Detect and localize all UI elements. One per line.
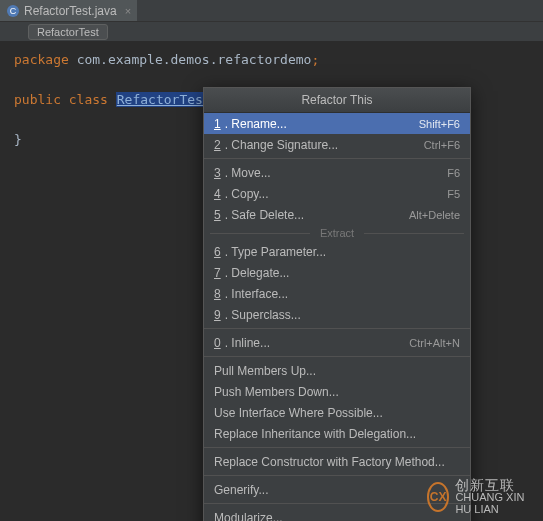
watermark-line2: CHUANG XIN HU LIAN [455,491,537,515]
menu-item-rename[interactable]: 1. Rename... Shift+F6 [204,113,470,134]
menu-shortcut: Ctrl+F6 [424,139,460,151]
menu-shortcut: Ctrl+Alt+N [409,337,460,349]
menu-item-delegate[interactable]: 7. Delegate... [204,262,470,283]
menu-mnemonic: 0 [214,336,221,350]
menu-item-replace-inheritance[interactable]: Replace Inheritance with Delegation... [204,423,470,444]
menu-separator [204,447,470,448]
menu-label: Generify... [214,483,460,497]
menu-item-safe-delete[interactable]: 5. Safe Delete... Alt+Delete [204,204,470,225]
editor-tab[interactable]: C RefactorTest.java × [0,0,137,21]
menu-separator [204,328,470,329]
close-brace: } [14,132,22,147]
svg-text:C: C [10,6,17,16]
menu-item-superclass[interactable]: 9. Superclass... [204,304,470,325]
menu-mnemonic: 6 [214,245,221,259]
menu-separator [204,158,470,159]
refactor-popup: Refactor This 1. Rename... Shift+F6 2. C… [203,87,471,521]
menu-item-pull-members-up[interactable]: Pull Members Up... [204,360,470,381]
semicolon: ; [311,52,319,67]
menu-label: Rename... [231,117,418,131]
watermark-badge-icon: CX [427,482,449,512]
menu-item-inline[interactable]: 0. Inline... Ctrl+Alt+N [204,332,470,353]
menu-mnemonic: 2 [214,138,221,152]
menu-label: Replace Inheritance with Delegation... [214,427,460,441]
watermark-logo: CX 创新互联 CHUANG XIN HU LIAN [427,479,537,515]
package-name: com.example.demos.refactordemo [77,52,312,67]
menu-mnemonic: 7 [214,266,221,280]
keyword-public: public [14,92,61,107]
menu-mnemonic: 4 [214,187,221,201]
keyword-package: package [14,52,69,67]
tab-filename: RefactorTest.java [24,4,117,18]
breadcrumb[interactable]: RefactorTest [28,24,108,40]
menu-item-use-interface[interactable]: Use Interface Where Possible... [204,402,470,423]
menu-label: Inline... [231,336,409,350]
menu-mnemonic: 3 [214,166,221,180]
menu-shortcut: Shift+F6 [419,118,460,130]
java-class-icon: C [6,4,20,18]
tab-bar: C RefactorTest.java × [0,0,543,22]
menu-shortcut: F6 [447,167,460,179]
keyword-class: class [69,92,108,107]
menu-label: Superclass... [231,308,460,322]
watermark-text: 创新互联 CHUANG XIN HU LIAN [455,479,537,515]
menu-item-move[interactable]: 3. Move... F6 [204,162,470,183]
menu-label: Push Members Down... [214,385,460,399]
menu-label: Pull Members Up... [214,364,460,378]
menu-mnemonic: 8 [214,287,221,301]
menu-label: Use Interface Where Possible... [214,406,460,420]
menu-mnemonic: 1 [214,117,221,131]
menu-item-replace-constructor[interactable]: Replace Constructor with Factory Method.… [204,451,470,472]
menu-shortcut: F5 [447,188,460,200]
menu-label: Change Signature... [231,138,423,152]
menu-item-copy[interactable]: 4. Copy... F5 [204,183,470,204]
menu-separator [204,475,470,476]
menu-label: Modularize... [214,511,460,522]
menu-item-change-signature[interactable]: 2. Change Signature... Ctrl+F6 [204,134,470,155]
menu-shortcut: Alt+Delete [409,209,460,221]
close-icon[interactable]: × [125,5,131,17]
menu-item-interface[interactable]: 8. Interface... [204,283,470,304]
menu-label: Interface... [231,287,460,301]
menu-label: Replace Constructor with Factory Method.… [214,455,460,469]
class-name-selected: RefactorTest [117,92,211,107]
menu-label: Type Parameter... [231,245,460,259]
menu-label: Copy... [231,187,447,201]
menu-label: Move... [231,166,447,180]
popup-title: Refactor This [204,88,470,113]
menu-mnemonic: 5 [214,208,221,222]
menu-item-push-members-down[interactable]: Push Members Down... [204,381,470,402]
breadcrumb-bar: RefactorTest [0,22,543,42]
menu-label: Safe Delete... [231,208,409,222]
watermark-line1: 创新互联 [455,479,537,491]
menu-label: Delegate... [231,266,460,280]
menu-separator [204,356,470,357]
menu-item-type-parameter[interactable]: 6. Type Parameter... [204,241,470,262]
menu-mnemonic: 9 [214,308,221,322]
menu-section-extract: Extract [204,225,470,241]
